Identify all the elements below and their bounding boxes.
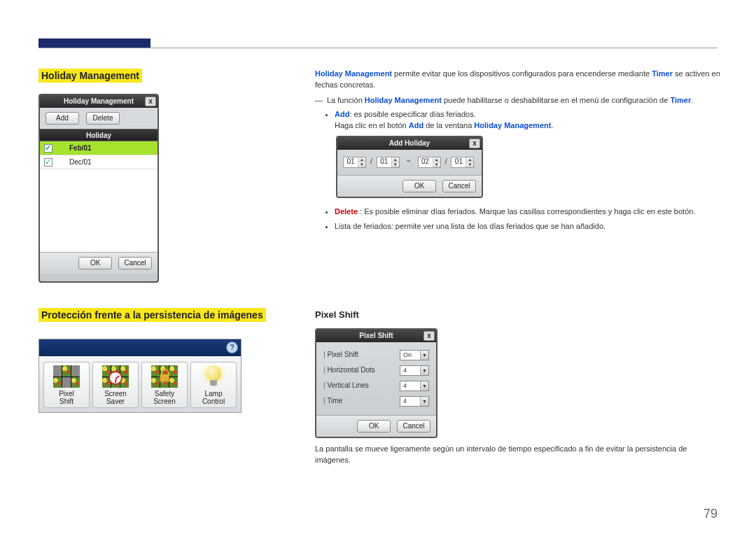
header-accent-bar: [38, 38, 150, 48]
day-end-spinner[interactable]: 01▲▼: [451, 157, 474, 168]
ok-button[interactable]: OK: [357, 420, 391, 433]
holiday-management-dialog: Holiday Management x Add Delete Holiday …: [38, 94, 159, 283]
pixel-shift-label: Pixel Shift: [323, 350, 358, 360]
cancel-button[interactable]: Cancel: [118, 257, 152, 269]
protection-toolbar: ? Pixel Shift: [38, 339, 241, 413]
ok-button[interactable]: OK: [402, 180, 436, 192]
heading-protection: Protección frente a la persistencia de i…: [38, 308, 266, 322]
dialog-title: Holiday Management x: [40, 95, 158, 108]
tool-label: Screen Saver: [93, 390, 138, 405]
safety-screen-icon: [151, 365, 178, 388]
horizontal-dots-select[interactable]: 4▼: [400, 365, 429, 376]
holiday-list: Feb/01 Dec/01: [40, 141, 158, 252]
month-end-spinner[interactable]: 02▲▼: [418, 157, 441, 168]
pixel-shift-tool[interactable]: Pixel Shift: [43, 362, 90, 408]
tool-label: Safety Screen: [142, 390, 187, 405]
add-holiday-dialog: Add Holiday x 01▲▼ / 01▲▼ ~ 02▲▼ / 01▲▼: [336, 136, 483, 198]
close-icon[interactable]: x: [424, 331, 435, 341]
help-icon[interactable]: ?: [226, 342, 238, 353]
list-description: Lista de feriados: permite ver una lista…: [335, 221, 721, 232]
pixel-shift-icon: [53, 365, 80, 388]
screen-saver-tool[interactable]: Screen Saver: [92, 362, 139, 408]
delete-button[interactable]: Delete: [86, 112, 120, 125]
ok-button[interactable]: OK: [78, 257, 112, 269]
horizontal-dots-label: Horizontal Dots: [323, 365, 375, 376]
dialog-title: Add Holiday x: [337, 137, 482, 150]
pixel-shift-dialog: Pixel Shift x Pixel Shift On▼ Horizontal…: [315, 328, 438, 438]
cancel-button[interactable]: Cancel: [442, 180, 476, 192]
holiday-column-header: Holiday: [40, 129, 158, 141]
checkbox[interactable]: [44, 144, 52, 153]
dialog-title-text: Add Holiday: [389, 139, 430, 147]
add-button[interactable]: Add: [46, 112, 79, 125]
lamp-control-tool[interactable]: Lamp Control: [190, 362, 237, 408]
list-item[interactable]: Feb/01: [40, 141, 158, 155]
dialog-title-text: Pixel Shift: [359, 332, 393, 339]
cancel-button[interactable]: Cancel: [397, 420, 430, 433]
time-select[interactable]: 4▼: [400, 396, 429, 407]
pixel-shift-select[interactable]: On▼: [400, 350, 429, 360]
time-label: Time: [323, 396, 342, 407]
lamp-control-icon: [200, 365, 227, 388]
dialog-title-text: Holiday Management: [64, 97, 134, 105]
screen-saver-icon: [102, 365, 129, 388]
header-rule: [38, 48, 718, 48]
close-icon[interactable]: x: [145, 97, 156, 106]
holiday-date: Dec/01: [69, 158, 92, 166]
month-start-spinner[interactable]: 01▲▼: [343, 157, 366, 168]
page-number: 79: [704, 507, 718, 521]
tool-label: Lamp Control: [191, 390, 236, 405]
tool-label: Pixel Shift: [44, 390, 89, 405]
delete-description: Delete : Es posible eliminar días feriad…: [335, 206, 721, 218]
pixel-shift-description: La pantalla se mueve ligeramente según u…: [315, 444, 721, 466]
holiday-date: Feb/01: [69, 144, 92, 152]
checkbox[interactable]: [44, 158, 52, 167]
vertical-lines-label: Vertical Lines: [323, 381, 369, 391]
vertical-lines-select[interactable]: 4▼: [400, 381, 429, 391]
dialog-title: Pixel Shift x: [316, 330, 436, 342]
intro-paragraph: Holiday Management permite evitar que lo…: [315, 69, 721, 91]
day-start-spinner[interactable]: 01▲▼: [377, 157, 400, 168]
add-description: Add: es posible especificar días feriado…: [335, 109, 721, 132]
heading-pixel-shift: Pixel Shift: [315, 309, 721, 322]
note-line: ― La función Holiday Management puede ha…: [315, 95, 721, 106]
safety-screen-tool[interactable]: Safety Screen: [141, 362, 188, 408]
list-item[interactable]: Dec/01: [40, 155, 158, 169]
close-icon[interactable]: x: [469, 139, 480, 148]
heading-holiday-management: Holiday Management: [38, 69, 142, 83]
